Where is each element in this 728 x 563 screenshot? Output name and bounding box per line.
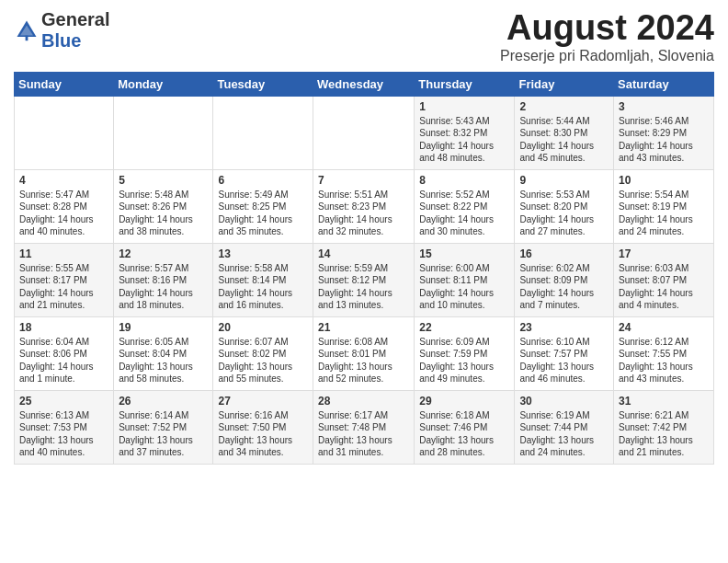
calendar-cell (15, 96, 114, 169)
day-number: 4 (19, 174, 108, 187)
page-header: General Blue August 2024 Preserje pri Ra… (14, 9, 714, 64)
calendar-cell: 31Sunrise: 6:21 AM Sunset: 7:42 PM Dayli… (614, 390, 714, 464)
calendar-cell: 2Sunrise: 5:44 AM Sunset: 8:30 PM Daylig… (515, 96, 614, 169)
calendar-cell: 19Sunrise: 6:05 AM Sunset: 8:04 PM Dayli… (114, 316, 213, 390)
cell-info: Sunrise: 5:53 AM Sunset: 8:20 PM Dayligh… (519, 189, 609, 238)
day-number: 5 (119, 174, 208, 187)
cell-info: Sunrise: 5:54 AM Sunset: 8:19 PM Dayligh… (619, 189, 709, 238)
day-number: 25 (19, 395, 108, 408)
day-number: 13 (218, 247, 308, 260)
calendar-cell: 23Sunrise: 6:10 AM Sunset: 7:57 PM Dayli… (515, 316, 614, 390)
day-number: 8 (419, 174, 509, 187)
logo: General Blue (14, 9, 109, 52)
cell-info: Sunrise: 6:07 AM Sunset: 8:02 PM Dayligh… (218, 336, 308, 385)
cell-info: Sunrise: 6:16 AM Sunset: 7:50 PM Dayligh… (218, 409, 308, 459)
day-number: 15 (419, 247, 509, 260)
day-number: 12 (119, 247, 208, 260)
day-of-week-header: Saturday (614, 72, 714, 96)
day-number: 19 (119, 321, 208, 334)
calendar-cell: 17Sunrise: 6:03 AM Sunset: 8:07 PM Dayli… (614, 243, 714, 316)
day-number: 29 (419, 395, 509, 408)
calendar-cell: 5Sunrise: 5:48 AM Sunset: 8:26 PM Daylig… (114, 169, 213, 243)
cell-info: Sunrise: 6:18 AM Sunset: 7:46 PM Dayligh… (419, 409, 509, 459)
cell-info: Sunrise: 6:09 AM Sunset: 7:59 PM Dayligh… (419, 336, 509, 385)
cell-info: Sunrise: 6:04 AM Sunset: 8:06 PM Dayligh… (19, 336, 108, 385)
day-number: 31 (619, 395, 709, 408)
day-number: 17 (619, 247, 709, 260)
day-number: 26 (119, 395, 208, 408)
day-number: 28 (318, 395, 409, 408)
calendar-cell: 12Sunrise: 5:57 AM Sunset: 8:16 PM Dayli… (114, 243, 213, 316)
cell-info: Sunrise: 6:10 AM Sunset: 7:57 PM Dayligh… (519, 336, 609, 385)
cell-info: Sunrise: 5:43 AM Sunset: 8:32 PM Dayligh… (419, 115, 509, 165)
day-number: 9 (519, 174, 609, 187)
calendar-week-row: 25Sunrise: 6:13 AM Sunset: 7:53 PM Dayli… (15, 390, 714, 464)
day-number: 18 (19, 321, 108, 334)
logo-blue-text: Blue (41, 30, 81, 51)
day-number: 20 (218, 321, 308, 334)
cell-info: Sunrise: 5:49 AM Sunset: 8:25 PM Dayligh… (218, 189, 308, 238)
cell-info: Sunrise: 5:51 AM Sunset: 8:23 PM Dayligh… (318, 189, 409, 238)
calendar-cell: 29Sunrise: 6:18 AM Sunset: 7:46 PM Dayli… (415, 390, 515, 464)
calendar-cell: 15Sunrise: 6:00 AM Sunset: 8:11 PM Dayli… (415, 243, 515, 316)
logo-general-text: General (41, 9, 109, 29)
cell-info: Sunrise: 5:59 AM Sunset: 8:12 PM Dayligh… (318, 262, 409, 312)
day-number: 27 (218, 395, 308, 408)
calendar-table: SundayMondayTuesdayWednesdayThursdayFrid… (14, 72, 714, 465)
calendar-cell: 30Sunrise: 6:19 AM Sunset: 7:44 PM Dayli… (515, 390, 614, 464)
cell-info: Sunrise: 6:12 AM Sunset: 7:55 PM Dayligh… (619, 336, 709, 385)
cell-info: Sunrise: 5:48 AM Sunset: 8:26 PM Dayligh… (119, 189, 208, 238)
calendar-cell: 26Sunrise: 6:14 AM Sunset: 7:52 PM Dayli… (114, 390, 213, 464)
calendar-cell: 20Sunrise: 6:07 AM Sunset: 8:02 PM Dayli… (213, 316, 313, 390)
cell-info: Sunrise: 5:57 AM Sunset: 8:16 PM Dayligh… (119, 262, 208, 312)
day-number: 3 (619, 100, 709, 113)
day-of-week-header: Wednesday (313, 72, 415, 96)
day-number: 30 (519, 395, 609, 408)
svg-rect-2 (26, 36, 28, 41)
calendar-cell: 7Sunrise: 5:51 AM Sunset: 8:23 PM Daylig… (313, 169, 415, 243)
calendar-cell: 27Sunrise: 6:16 AM Sunset: 7:50 PM Dayli… (213, 390, 313, 464)
day-of-week-header: Thursday (415, 72, 515, 96)
cell-info: Sunrise: 5:58 AM Sunset: 8:14 PM Dayligh… (218, 262, 308, 312)
calendar-cell: 9Sunrise: 5:53 AM Sunset: 8:20 PM Daylig… (515, 169, 614, 243)
day-of-week-header: Tuesday (213, 72, 313, 96)
cell-info: Sunrise: 5:47 AM Sunset: 8:28 PM Dayligh… (19, 189, 108, 238)
day-number: 14 (318, 247, 409, 260)
calendar-cell (114, 96, 213, 169)
calendar-cell: 16Sunrise: 6:02 AM Sunset: 8:09 PM Dayli… (515, 243, 614, 316)
cell-info: Sunrise: 5:44 AM Sunset: 8:30 PM Dayligh… (519, 115, 609, 165)
calendar-cell: 10Sunrise: 5:54 AM Sunset: 8:19 PM Dayli… (614, 169, 714, 243)
day-number: 22 (419, 321, 509, 334)
calendar-cell: 4Sunrise: 5:47 AM Sunset: 8:28 PM Daylig… (15, 169, 114, 243)
calendar-cell: 3Sunrise: 5:46 AM Sunset: 8:29 PM Daylig… (614, 96, 714, 169)
day-of-week-header: Friday (515, 72, 614, 96)
calendar-cell (313, 96, 415, 169)
cell-info: Sunrise: 6:17 AM Sunset: 7:48 PM Dayligh… (318, 409, 409, 459)
title-block: August 2024 Preserje pri Radomljah, Slov… (500, 9, 714, 64)
location: Preserje pri Radomljah, Slovenia (500, 48, 714, 64)
logo-icon (14, 17, 40, 43)
calendar-cell (213, 96, 313, 169)
day-number: 6 (218, 174, 308, 187)
day-number: 2 (519, 100, 609, 113)
calendar-cell: 18Sunrise: 6:04 AM Sunset: 8:06 PM Dayli… (15, 316, 114, 390)
day-number: 24 (619, 321, 709, 334)
cell-info: Sunrise: 6:14 AM Sunset: 7:52 PM Dayligh… (119, 409, 208, 459)
day-number: 16 (519, 247, 609, 260)
day-number: 21 (318, 321, 409, 334)
calendar-week-row: 18Sunrise: 6:04 AM Sunset: 8:06 PM Dayli… (15, 316, 714, 390)
cell-info: Sunrise: 6:00 AM Sunset: 8:11 PM Dayligh… (419, 262, 509, 312)
calendar-cell: 1Sunrise: 5:43 AM Sunset: 8:32 PM Daylig… (415, 96, 515, 169)
calendar-cell: 14Sunrise: 5:59 AM Sunset: 8:12 PM Dayli… (313, 243, 415, 316)
day-of-week-header: Monday (114, 72, 213, 96)
cell-info: Sunrise: 6:21 AM Sunset: 7:42 PM Dayligh… (619, 409, 709, 459)
calendar-week-row: 4Sunrise: 5:47 AM Sunset: 8:28 PM Daylig… (15, 169, 714, 243)
cell-info: Sunrise: 6:03 AM Sunset: 8:07 PM Dayligh… (619, 262, 709, 312)
calendar-cell: 21Sunrise: 6:08 AM Sunset: 8:01 PM Dayli… (313, 316, 415, 390)
day-number: 1 (419, 100, 509, 113)
cell-info: Sunrise: 5:46 AM Sunset: 8:29 PM Dayligh… (619, 115, 709, 165)
cell-info: Sunrise: 6:13 AM Sunset: 7:53 PM Dayligh… (19, 409, 108, 459)
calendar-cell: 8Sunrise: 5:52 AM Sunset: 8:22 PM Daylig… (415, 169, 515, 243)
cell-info: Sunrise: 5:52 AM Sunset: 8:22 PM Dayligh… (419, 189, 509, 238)
day-number: 11 (19, 247, 108, 260)
